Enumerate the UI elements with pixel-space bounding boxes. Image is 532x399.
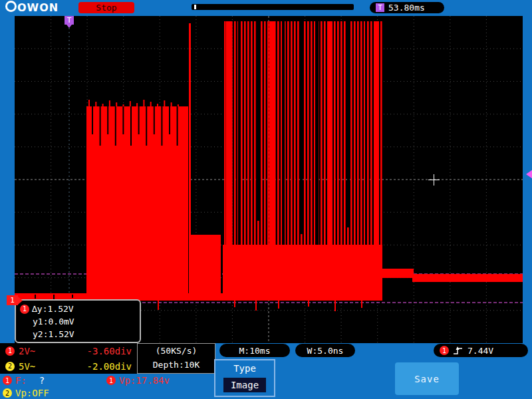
ch2-position: -2.00div <box>87 361 132 372</box>
horizontal-position-bar <box>192 4 354 10</box>
trigger-level-value: 7.44V <box>467 346 493 356</box>
freq-readout: 1 F: ? <box>3 375 45 386</box>
save-button[interactable]: Save <box>395 362 459 395</box>
freq-badge-icon: 1 <box>3 376 12 385</box>
type-label: Type <box>215 363 274 374</box>
freq-label: F: <box>15 375 27 386</box>
type-value-image[interactable]: Image <box>223 378 266 392</box>
trigger-time-value: 53.80ms <box>388 3 425 13</box>
ch1-level-marker[interactable]: 1 <box>7 295 18 305</box>
waveform-display: T 1 1 ∆y:1.52V y1:0.0mV y2:1.52V <box>15 16 523 343</box>
trigger-level-pill: 1 7.44V <box>434 344 528 357</box>
oscilloscope-screen: { "brand": "OWON", "topbar": { "state": … <box>0 0 532 399</box>
memory-depth: Depth:10K <box>138 358 215 372</box>
cursor-y1: y1:0.0mV <box>33 317 74 327</box>
run-state-button[interactable]: Stop <box>78 2 134 13</box>
cursor-cross-icon <box>428 174 440 186</box>
ch1-scale: 2V~ <box>19 346 35 356</box>
ch2-vp-readout: 2 Vp:OFF <box>3 388 49 398</box>
vp1-value: Vp:17.84v <box>119 375 170 386</box>
trigger-source-badge-icon: 1 <box>440 346 449 355</box>
waveform-trace <box>15 21 523 301</box>
vp2-badge-icon: 2 <box>3 388 12 398</box>
sample-info-box: (50KS/s) Depth:10K <box>137 343 215 374</box>
brand-text: OWON <box>17 1 59 14</box>
trigger-t-icon: T <box>376 3 384 12</box>
sample-rate: (50KS/s) <box>138 344 215 358</box>
channel-status-panel: 1 2V~ -3.60div 2 5V~ -2.00div <box>0 343 137 374</box>
cursor-delta-y: ∆y:1.52V <box>32 304 74 314</box>
ch1-badge-icon: 1 <box>5 346 15 356</box>
owon-logo: OWON <box>5 1 59 14</box>
type-menu-button[interactable]: Type Image <box>214 359 275 397</box>
ch1-status-row: 1 2V~ -3.60div <box>0 343 137 358</box>
logo-ring-icon <box>5 1 17 12</box>
ch2-badge-icon: 2 <box>5 362 15 371</box>
cursor-y2: y2:1.52V <box>33 329 74 339</box>
trigger-level-arrow-icon[interactable] <box>521 170 532 179</box>
window-timebase-pill: W:5.0ns <box>295 344 355 357</box>
ch2-status-row: 2 5V~ -2.00div <box>0 358 137 374</box>
rising-edge-icon <box>453 346 464 356</box>
ch1-position: -3.60div <box>87 346 132 356</box>
ch2-scale: 5V~ <box>19 361 35 372</box>
vp1-badge-icon: 1 <box>106 376 116 385</box>
trigger-position-marker[interactable]: T <box>65 16 74 25</box>
ch1-badge-icon: 1 <box>20 305 29 314</box>
freq-value: ? <box>39 375 45 386</box>
cursor-measure-box: 1 ∆y:1.52V y1:0.0mV y2:1.52V <box>15 299 141 343</box>
main-timebase-pill: M:10ms <box>219 344 290 357</box>
vp2-value: Vp:OFF <box>15 388 49 398</box>
ch1-vp-readout: 1 Vp:17.84v <box>106 375 170 386</box>
trigger-time-readout: T 53.80ms <box>370 2 444 13</box>
waveform-canvas <box>15 16 523 343</box>
position-tick-icon <box>194 5 196 9</box>
